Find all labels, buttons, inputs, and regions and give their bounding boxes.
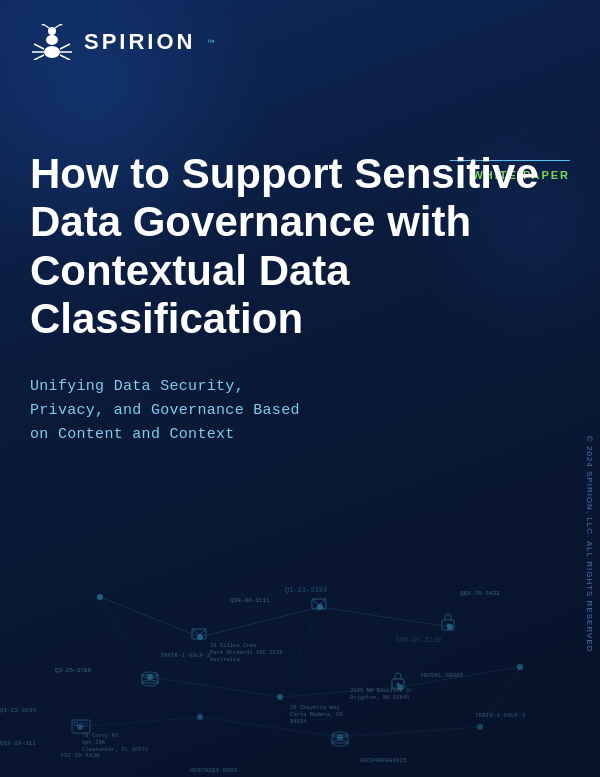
- network-visualization: Q3-25-3788 Q38-9X-1111 Q8X-76-5433 788TR…: [0, 477, 600, 777]
- svg-point-0: [44, 46, 60, 58]
- copyright-text: © 2024 SPIRION, LLC. ALL RIGHTS RESERVED: [586, 436, 595, 653]
- svg-line-20: [200, 717, 340, 737]
- svg-text:2035 NW Baseline Dr.: 2035 NW Baseline Dr.: [350, 687, 416, 694]
- svg-point-1: [46, 35, 58, 45]
- svg-line-3: [34, 44, 44, 49]
- svg-text:399-95-3130: 399-95-3130: [395, 636, 441, 644]
- svg-line-24: [280, 607, 320, 697]
- svg-text:788TR-1-X0LP-3: 788TR-1-X0LP-3: [160, 652, 211, 659]
- svg-text:94924: 94924: [290, 718, 307, 725]
- svg-line-22: [100, 597, 150, 677]
- svg-point-34: [517, 664, 523, 670]
- svg-line-16: [150, 677, 280, 697]
- main-content: How to Support Sensitive Data Governance…: [0, 110, 600, 447]
- logo-area: SPIRION™: [30, 24, 214, 60]
- svg-point-32: [277, 694, 283, 700]
- svg-line-14: [200, 607, 320, 637]
- svg-point-52: [74, 722, 78, 726]
- logo-trademark: ™: [206, 38, 214, 47]
- svg-line-6: [60, 44, 70, 49]
- svg-line-21: [340, 727, 480, 737]
- svg-text:4929KL-S80A5: 4929KL-S80A5: [420, 672, 464, 679]
- svg-text:Q3-25-3788: Q3-25-3788: [55, 667, 91, 674]
- svg-line-19: [80, 717, 200, 727]
- svg-text:Clearwater, FL 16976: Clearwater, FL 16976: [82, 746, 148, 753]
- svg-text:16 Dillon Cres: 16 Dillon Cres: [210, 642, 256, 649]
- header: SPIRION™: [0, 0, 600, 60]
- svg-line-8: [60, 55, 70, 60]
- svg-point-36: [197, 714, 203, 720]
- svg-text:788TR-1-X0LP-3: 788TR-1-X0LP-3: [475, 712, 526, 719]
- svg-line-5: [34, 55, 44, 60]
- svg-text:Australia: Australia: [210, 656, 240, 663]
- svg-point-27: [97, 594, 103, 600]
- svg-text:Q1-23-3334: Q1-23-3334: [285, 586, 327, 594]
- svg-point-44: [397, 683, 400, 686]
- subtitle-line2: Privacy, and Governance Based: [30, 402, 300, 419]
- svg-text:Corte Madera, CA: Corte Madera, CA: [290, 711, 344, 718]
- svg-text:Brighton, MA 02645: Brighton, MA 02645: [350, 694, 409, 701]
- page: SPIRION™ WHITE PAPER How to Support Sens…: [0, 0, 600, 777]
- svg-text:432-28-X430: 432-28-X430: [60, 752, 100, 759]
- svg-line-13: [100, 597, 200, 637]
- svg-point-38: [477, 724, 483, 730]
- svg-text:Q38-8X-111: Q38-8X-111: [0, 740, 36, 747]
- svg-point-42: [447, 624, 450, 627]
- subtitle: Unifying Data Security, Privacy, and Gov…: [30, 375, 570, 447]
- svg-text:G0C048FEH8X25: G0C048FEH8X25: [360, 757, 407, 764]
- logo-icon: [30, 24, 74, 60]
- subtitle-line3: on Content and Context: [30, 426, 235, 443]
- svg-text:78 Corey Rd: 78 Corey Rd: [82, 732, 118, 739]
- svg-text:Q1-23-3X34: Q1-23-3X34: [0, 707, 36, 714]
- svg-text:Apt 28K: Apt 28K: [82, 739, 106, 746]
- svg-text:Q8X-76-5433: Q8X-76-5433: [460, 590, 500, 597]
- svg-text:H59702Q4-9503: H59702Q4-9503: [190, 767, 237, 774]
- subtitle-line1: Unifying Data Security,: [30, 378, 244, 395]
- main-title: How to Support Sensitive Data Governance…: [30, 150, 570, 343]
- logo-text: SPIRION: [84, 29, 195, 55]
- svg-line-15: [320, 607, 450, 627]
- svg-text:Q38-9X-1111: Q38-9X-1111: [230, 597, 270, 604]
- svg-point-2: [48, 27, 56, 35]
- svg-text:Park Orchards VIC 3128: Park Orchards VIC 3128: [210, 649, 283, 656]
- svg-text:26 Cheyette Way: 26 Cheyette Way: [290, 704, 340, 711]
